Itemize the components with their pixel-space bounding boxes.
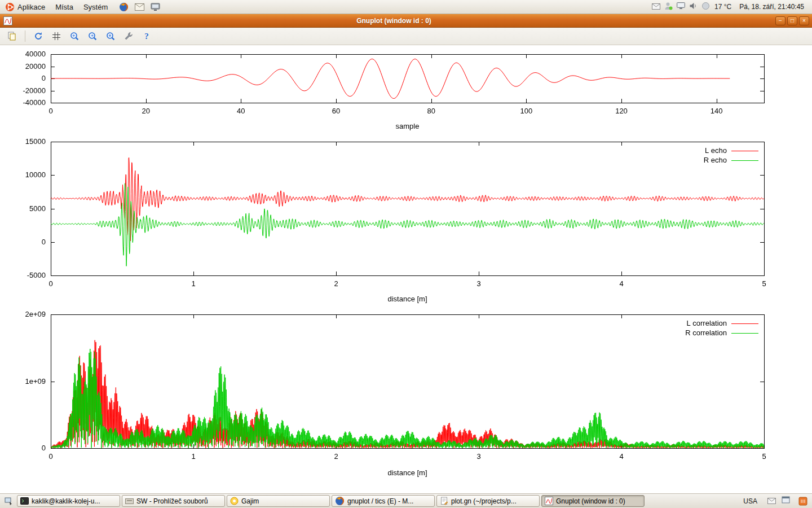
copy-icon — [7, 32, 16, 41]
show-desktop-button[interactable] — [2, 495, 15, 507]
replot-button[interactable] — [31, 29, 46, 43]
taskbar-item[interactable]: Gajim — [227, 495, 330, 507]
mail-tray-item[interactable] — [767, 496, 776, 506]
keyboard-layout-indicator[interactable]: USA — [739, 496, 762, 506]
window-toolbar: ? — [0, 28, 812, 45]
window-titlebar[interactable]: Gnuplot (window id : 0) −□× — [0, 14, 812, 28]
help-button[interactable]: ? — [139, 29, 154, 43]
plot-area — [0, 45, 812, 493]
taskbar-item-label: kaklik@kaklik-kolej-u... — [32, 497, 100, 505]
panel-launchers — [117, 1, 161, 13]
session-tray-item[interactable] — [664, 2, 673, 12]
display-icon — [677, 2, 685, 10]
configure-icon — [124, 32, 133, 41]
menu-system[interactable]: Systém — [78, 0, 113, 14]
autoscale-icon — [106, 32, 116, 41]
weather-icon — [701, 2, 710, 10]
taskbar-item-label: Gajim — [241, 497, 259, 505]
applet-window-icon — [782, 496, 790, 504]
echo-signals-chart — [0, 135, 812, 305]
firefox-icon — [335, 496, 345, 506]
screenshot-launcher-launcher[interactable] — [149, 1, 161, 13]
mail-icon — [652, 3, 660, 10]
configure-button[interactable] — [121, 29, 136, 43]
zoom-next-button[interactable] — [85, 29, 100, 43]
volume-tray-item[interactable] — [689, 2, 698, 12]
trash-applet-icon[interactable] — [796, 495, 810, 507]
zoom-next-icon — [88, 32, 98, 41]
mail-tray-item[interactable] — [652, 3, 660, 11]
menu-label: Aplikace — [17, 3, 45, 11]
panel-clock[interactable]: Pá, 18. září, 21:40:45 — [737, 2, 806, 12]
correlation-chart — [0, 308, 812, 479]
taskbar-item[interactable]: gnuplot / tics (E) - M... — [332, 495, 435, 507]
taskbar-item[interactable]: plot.gn (~/projects/p... — [436, 495, 540, 507]
volume-icon — [689, 2, 698, 10]
gnome-top-panel: AplikaceMístaSystém 17 °C Pá, 18. září, … — [0, 0, 812, 14]
firefox-launcher[interactable] — [117, 1, 130, 13]
taskbar-item-label: gnuplot / tics (E) - M... — [347, 497, 413, 505]
task-list: kaklik@kaklik-kolej-u...SW - Prohlížeč s… — [17, 495, 739, 507]
replot-icon — [34, 32, 43, 41]
zoom-previous-button[interactable] — [67, 29, 82, 43]
mail-icon — [767, 498, 776, 504]
copy-button[interactable] — [5, 29, 19, 43]
display-tray-item[interactable] — [677, 2, 685, 11]
file-manager-icon — [125, 497, 134, 505]
bottom-panel: kaklik@kaklik-kolej-u...SW - Prohlížeč s… — [0, 493, 812, 508]
zoom-previous-icon — [70, 32, 80, 41]
menu-places[interactable]: Místa — [50, 0, 78, 14]
screenshot-launcher-icon — [151, 3, 160, 11]
minimize-button[interactable]: − — [775, 16, 785, 25]
taskbar-item[interactable]: SW - Prohlížeč souborů — [122, 495, 225, 507]
applet-window-tray-item[interactable] — [782, 496, 790, 506]
taskbar-item-label: Gnuplot (window id : 0) — [556, 497, 625, 505]
weather-tray-item[interactable] — [701, 2, 710, 12]
ubuntu-logo-icon — [5, 2, 15, 12]
evolution-launcher-launcher[interactable] — [133, 1, 145, 13]
text-editor-icon — [440, 497, 448, 505]
gnuplot-window-icon — [3, 16, 12, 25]
taskbar-item-label: SW - Prohlížeč souborů — [136, 497, 208, 505]
menu-label: Místa — [55, 3, 73, 11]
menu-label: Systém — [83, 3, 108, 11]
panel-tray — [652, 2, 710, 12]
taskbar-item-label: plot.gn (~/projects/p... — [451, 497, 517, 505]
taskbar-item[interactable]: kaklik@kaklik-kolej-u... — [17, 495, 120, 507]
chirp-signal-chart — [0, 49, 812, 132]
weather-temperature: 17 °C — [714, 3, 731, 11]
taskbar-item[interactable]: Gnuplot (window id : 0) — [541, 495, 645, 507]
evolution-launcher-icon — [135, 3, 144, 11]
window-buttons: −□× — [775, 16, 809, 25]
grid-icon — [52, 32, 60, 40]
gnuplot-icon — [545, 497, 553, 505]
autoscale-button[interactable] — [103, 29, 118, 43]
taskbar-tray — [767, 496, 790, 506]
session-icon — [664, 2, 673, 10]
toolbar-separator — [25, 30, 25, 42]
firefox-icon — [119, 2, 129, 12]
panel-menus: AplikaceMístaSystém — [0, 0, 113, 14]
gajim-icon — [230, 497, 239, 505]
terminal-icon — [20, 497, 29, 505]
maximize-button[interactable]: □ — [787, 16, 797, 25]
window-title: Gnuplot (window id : 0) — [12, 17, 775, 25]
close-button[interactable]: × — [799, 16, 809, 25]
grid-button[interactable] — [49, 29, 64, 43]
menu-applications[interactable]: Aplikace — [0, 0, 50, 14]
